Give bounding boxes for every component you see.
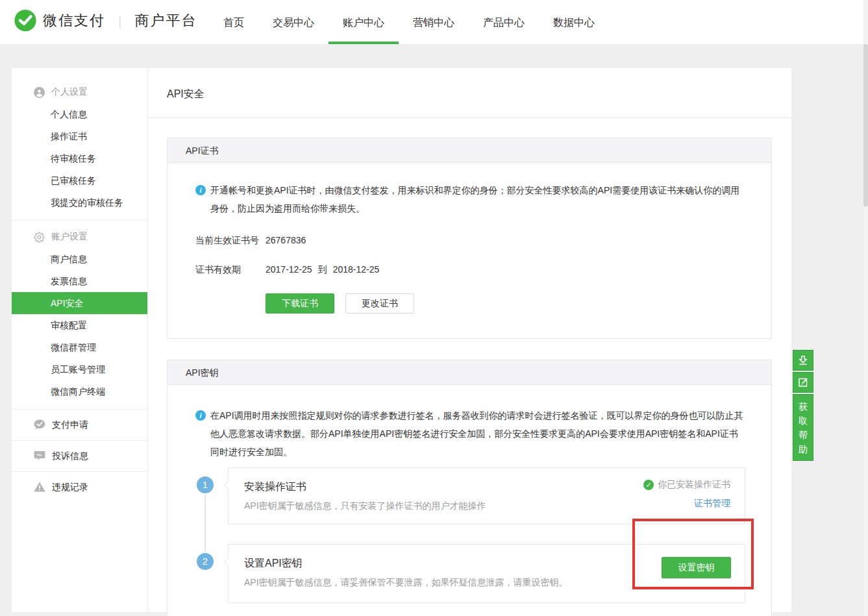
sidebar-item-my-submitted-review[interactable]: 我提交的审核任务	[12, 191, 147, 214]
sidebar-group-personal: 个人设置 个人信息 操作证书 待审核任务 已审核任务 我提交的审核任务	[12, 68, 147, 220]
sidebar-item-wechat-group-mgmt[interactable]: 微信群管理	[12, 336, 147, 358]
step-1-status: 你已安装操作证书	[643, 479, 730, 491]
cert-validity-to-word: 到	[318, 264, 327, 276]
scrollbar-thumb[interactable]	[863, 44, 868, 206]
step-connector-line	[205, 495, 206, 552]
download-help-button[interactable]	[793, 350, 813, 371]
step-install-cert: 1 安装操作证书 API密钥属于敏感信息，只有安装了操作证书的用户才能操作 你已…	[195, 467, 745, 524]
sidebar-item-personal-info[interactable]: 个人信息	[12, 103, 147, 125]
api-key-section-title: API密钥	[167, 360, 772, 385]
api-key-steps: 1 安装操作证书 API密钥属于敏感信息，只有安装了操作证书的用户才能操作 你已…	[195, 467, 745, 603]
nav-product-center[interactable]: 产品中心	[469, 0, 539, 44]
cert-validity-row: 证书有效期 2017-12-25 到 2018-12-25	[195, 264, 745, 276]
sidebar-group-label: 账户设置	[51, 231, 88, 243]
top-bar: 微信支付 ｜ 商户平台 首页 交易中心 账户中心 营销中心 产品中心 数据中心	[0, 0, 868, 44]
nav-data-center[interactable]: 数据中心	[539, 0, 609, 44]
api-cert-info-text: 开通帐号和更换API证书时，由微信支付签发，用来标识和界定你的身份；部分安全性要…	[210, 181, 745, 217]
sidebar-link-label: 投诉信息	[52, 450, 88, 462]
get-help-button[interactable]: 获取帮助	[793, 394, 813, 461]
sidebar-item-pending-review[interactable]: 待审核任务	[12, 147, 147, 169]
user-icon	[34, 87, 45, 98]
nav-home[interactable]: 首页	[209, 0, 258, 44]
step-1-status-text: 你已安装操作证书	[658, 479, 730, 491]
sidebar-link-complaint-info[interactable]: 投诉信息	[12, 441, 147, 471]
step-1-card: 安装操作证书 API密钥属于敏感信息，只有安装了操作证书的用户才能操作 你已安装…	[228, 467, 745, 524]
api-cert-section: API证书 开通帐号和更换API证书时，由微信支付签发，用来标识和界定你的身份；…	[167, 138, 772, 339]
sidebar-item-staff-account-mgmt[interactable]: 员工账号管理	[12, 358, 147, 380]
gear-icon	[34, 232, 45, 243]
api-cert-section-title: API证书	[167, 138, 772, 163]
comment-icon	[34, 450, 45, 462]
step-2-desc: API密钥属于敏感信息，请妥善保管不要泄露，如果怀疑信息泄露，请重设密钥。	[244, 577, 725, 589]
change-cert-button[interactable]: 更改证书	[345, 293, 414, 314]
info-icon	[195, 410, 206, 421]
feedback-help-button[interactable]	[793, 372, 813, 393]
step-set-api-key: 2 设置API密钥 API密钥属于敏感信息，请妥善保管不要泄露，如果怀疑信息泄露…	[195, 544, 745, 603]
sidebar-link-violation-record[interactable]: 违规记录	[12, 472, 147, 502]
sidebar-item-wechat-merchant-terminal[interactable]: 微信商户终端	[12, 380, 147, 402]
sidebar: 个人设置 个人信息 操作证书 待审核任务 已审核任务 我提交的审核任务 账户设置…	[12, 68, 148, 612]
cert-manage-link[interactable]: 证书管理	[694, 498, 730, 510]
wechat-pay-logo-icon	[13, 8, 38, 33]
scrollbar-track[interactable]	[863, 0, 868, 616]
warning-icon	[34, 482, 45, 493]
edit-icon	[797, 376, 809, 388]
sidebar-item-merchant-info[interactable]: 商户信息	[12, 248, 147, 270]
brand-platform: 商户平台	[135, 11, 197, 31]
check-circle-icon	[643, 480, 654, 490]
step-1-circle: 1	[197, 476, 214, 493]
download-icon	[797, 354, 809, 366]
page-title: API安全	[148, 68, 791, 118]
api-key-section: API密钥 在API调用时用来按照指定规则对你的请求参数进行签名，服务器收到你的…	[167, 360, 772, 616]
step-2-circle: 2	[197, 553, 214, 570]
sidebar-link-label: 支付申请	[52, 419, 88, 431]
nav-account-center[interactable]: 账户中心	[329, 0, 399, 44]
step-1-desc: API密钥属于敏感信息，只有安装了操作证书的用户才能操作	[244, 500, 725, 512]
sidebar-group-personal-header[interactable]: 个人设置	[12, 81, 147, 103]
sidebar-group-account-header[interactable]: 账户设置	[12, 226, 147, 248]
set-key-button[interactable]: 设置密钥	[662, 557, 731, 578]
cert-number-label: 当前生效证书号	[195, 235, 266, 247]
step-2-card: 设置API密钥 API密钥属于敏感信息，请妥善保管不要泄露，如果怀疑信息泄露，请…	[228, 544, 745, 603]
cert-valid-to: 2018-12-25	[333, 264, 380, 276]
info-icon	[195, 185, 206, 195]
nav-marketing-center[interactable]: 营销中心	[399, 0, 469, 44]
sidebar-item-api-security[interactable]: API安全	[12, 292, 147, 314]
cert-validity-label: 证书有效期	[195, 264, 266, 276]
step-2-title: 设置API密钥	[244, 557, 725, 571]
brand-name: 微信支付	[43, 11, 105, 31]
brand[interactable]: 微信支付 ｜ 商户平台	[13, 8, 197, 33]
brand-separator: ｜	[114, 12, 127, 30]
cert-number-value: 26767836	[266, 235, 306, 247]
cert-valid-from: 2017-12-25	[266, 264, 312, 276]
download-cert-button[interactable]: 下载证书	[266, 293, 334, 314]
cert-number-row: 当前生效证书号 26767836	[195, 235, 745, 247]
top-nav: 首页 交易中心 账户中心 营销中心 产品中心 数据中心	[209, 0, 609, 44]
get-help-label: 获取帮助	[798, 399, 808, 456]
nav-trade-center[interactable]: 交易中心	[258, 0, 329, 44]
sidebar-link-payment-apply[interactable]: 支付申请	[12, 410, 147, 440]
sidebar-link-label: 违规记录	[52, 482, 88, 493]
sidebar-item-reviewed[interactable]: 已审核任务	[12, 169, 147, 191]
sidebar-group-label: 个人设置	[51, 86, 88, 98]
sidebar-group-account: 账户设置 商户信息 发票信息 API安全 审核配置 微信群管理 员工账号管理 微…	[12, 221, 147, 409]
api-key-info-text: 在API调用时用来按照指定规则对你的请求参数进行签名，服务器收到你的请求时会进行…	[210, 406, 745, 461]
sidebar-item-operation-cert[interactable]: 操作证书	[12, 125, 147, 147]
help-panel: 获取帮助	[793, 350, 813, 461]
main-content: API安全 API证书 开通帐号和更换API证书时，由微信支付签发，用来标识和界…	[148, 68, 791, 612]
sidebar-item-invoice-info[interactable]: 发票信息	[12, 270, 147, 292]
wechat-bubble-icon	[34, 419, 45, 430]
sidebar-item-review-config[interactable]: 审核配置	[12, 314, 147, 336]
